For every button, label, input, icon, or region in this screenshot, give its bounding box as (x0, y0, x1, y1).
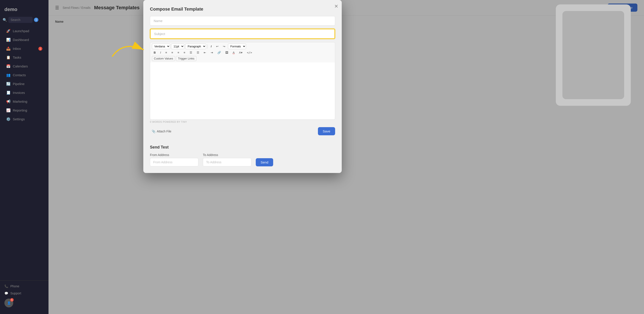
sidebar-item-reporting[interactable]: 📈 Reporting (2, 106, 47, 115)
to-address-label: To Address (203, 153, 251, 157)
align-left-btn[interactable]: ≡ (164, 50, 169, 55)
sidebar-item-calendars[interactable]: 📅 Calendars (2, 62, 47, 70)
avatar-notification-badge: 5 (10, 298, 14, 302)
sidebar-item-contacts[interactable]: 👥 Contacts (2, 71, 47, 79)
italic-btn[interactable]: I (158, 50, 163, 55)
sidebar-item-support[interactable]: 💬 Support (4, 290, 44, 297)
sidebar-item-phone[interactable]: 📞 Phone (4, 283, 44, 290)
toolbar-row-3: Custom Values Trigger Links (152, 56, 333, 61)
phone-label: Phone (10, 285, 19, 288)
marketing-icon: 📢 (6, 99, 10, 104)
sidebar-item-settings[interactable]: ⚙️ Settings (2, 115, 47, 123)
link-btn[interactable]: 🔗 (216, 50, 223, 55)
save-button[interactable]: Save (318, 127, 335, 135)
sidebar-item-label: Tasks (13, 55, 21, 59)
sidebar-item-launchpad[interactable]: 🚀 Launchpad (2, 27, 47, 35)
from-address-label: From Address (150, 153, 198, 157)
settings-icon: ⚙️ (6, 117, 10, 121)
font-family-select[interactable]: Verdana (152, 44, 170, 49)
calendars-icon: 📅 (6, 64, 10, 68)
sidebar-item-label: Settings (13, 117, 25, 121)
search-icon: 🔍 (3, 18, 7, 22)
phone-icon: 📞 (4, 285, 8, 288)
sidebar-search-area: 🔍 1 (3, 17, 46, 23)
sidebar-item-label: Calendars (13, 64, 28, 68)
inbox-icon: 📥 (6, 46, 10, 51)
from-address-input[interactable] (150, 158, 198, 166)
list-ol-btn[interactable]: ☰ (195, 50, 201, 55)
font-color-btn[interactable]: A (231, 50, 236, 55)
sidebar-item-label: Pipeline (13, 82, 24, 86)
toolbar-row-1: Verdana 11pt Paragraph I ↩ ↪ Formats (152, 44, 333, 49)
align-right-btn[interactable]: ≡ (176, 50, 181, 55)
code-btn[interactable]: </> (245, 50, 254, 55)
phone-mockup (562, 11, 624, 99)
avatar[interactable]: 👤 5 (4, 299, 13, 308)
template-name-input[interactable] (150, 16, 335, 25)
main-content: ☰ Send Flows / Emails Message Templates … (48, 0, 644, 314)
sidebar-item-tasks[interactable]: 📋 Tasks (2, 53, 47, 62)
compose-email-modal: ✕ Compose Email Template Verdana 11pt Pa… (143, 0, 342, 173)
to-address-group: To Address (203, 153, 251, 166)
sidebar-item-label: Launchpad (13, 29, 29, 33)
email-editor-body[interactable] (150, 62, 335, 120)
template-subject-input[interactable] (150, 29, 335, 39)
invoices-icon: 🧾 (6, 91, 10, 95)
subject-field-group (150, 29, 335, 39)
sidebar-item-label: Marketing (13, 100, 27, 103)
align-justify-btn[interactable]: ≡ (182, 50, 187, 55)
reporting-icon: 📈 (6, 108, 10, 112)
launchpad-icon: 🚀 (6, 29, 10, 33)
outdent-btn[interactable]: ⇤ (202, 50, 208, 55)
search-input[interactable] (8, 17, 33, 23)
attach-file-label: Attach File (157, 130, 171, 133)
font-size-select[interactable]: 11pt (171, 44, 184, 49)
custom-values-btn[interactable]: Custom Values (152, 56, 175, 61)
sidebar-item-label: Reporting (13, 108, 27, 112)
modal-close-button[interactable]: ✕ (334, 3, 338, 9)
address-row: From Address To Address Send (150, 153, 335, 166)
pipeline-icon: 🔄 (6, 82, 10, 86)
align-center-btn[interactable]: ≡ (170, 50, 175, 55)
sidebar-item-invoices[interactable]: 🧾 Invoices (2, 88, 47, 97)
sidebar-item-pipeline[interactable]: 🔄 Pipeline (2, 79, 47, 88)
trigger-links-btn[interactable]: Trigger Links (176, 56, 196, 61)
paragraph-select[interactable]: Paragraph (185, 44, 206, 49)
undo-btn[interactable]: ↩ (214, 44, 220, 49)
send-test-section: Send Test From Address To Address Send (150, 141, 335, 166)
tasks-icon: 📋 (6, 55, 10, 59)
sidebar-item-dashboard[interactable]: 📊 Dashboard (2, 35, 47, 44)
modal-footer: 📎 Attach File Save (150, 127, 335, 135)
toolbar-row-2: B I ≡ ≡ ≡ ≡ ☰ ☰ ⇤ ⇥ 🔗 🖼 A A▾ </> (152, 50, 333, 55)
sidebar-bottom: 📞 Phone 💬 Support 👤 5 (0, 280, 48, 310)
send-test-button[interactable]: Send (256, 158, 273, 166)
paperclip-icon: 📎 (152, 130, 156, 133)
modal-title: Compose Email Template (150, 6, 335, 12)
filter-badge: 1 (34, 18, 38, 22)
editor-word-count: 0 WORDS POWERED BY TINY (150, 120, 335, 124)
support-label: Support (10, 292, 21, 295)
contacts-icon: 👥 (6, 73, 10, 77)
send-test-title: Send Test (150, 145, 335, 150)
sidebar-item-marketing[interactable]: 📢 Marketing (2, 97, 47, 106)
editor-toolbar: Verdana 11pt Paragraph I ↩ ↪ Formats B (150, 42, 335, 62)
support-icon: 💬 (4, 292, 8, 295)
italic-format-btn[interactable]: I (209, 44, 214, 49)
sidebar-item-label: Invoices (13, 91, 25, 94)
inbox-badge: 1 (38, 47, 42, 51)
sidebar-item-label: Contacts (13, 73, 26, 77)
to-address-input[interactable] (203, 158, 251, 166)
bold-btn[interactable]: B (152, 50, 158, 55)
sidebar-nav: 🚀 Launchpad 📊 Dashboard 📥 Inbox 1 📋 Task… (0, 26, 48, 280)
app-logo: demo (0, 4, 48, 17)
sidebar: demo 🔍 1 🚀 Launchpad 📊 Dashboard 📥 Inbox… (0, 0, 48, 314)
list-btn[interactable]: ☰ (188, 50, 194, 55)
formats-select[interactable]: Formats (228, 44, 246, 49)
indent-btn[interactable]: ⇥ (209, 50, 215, 55)
highlight-btn[interactable]: A▾ (237, 50, 244, 55)
redo-btn[interactable]: ↪ (221, 44, 227, 49)
sidebar-item-label: Inbox (13, 47, 21, 50)
attach-file-button[interactable]: 📎 Attach File (150, 128, 173, 134)
image-btn[interactable]: 🖼 (224, 50, 230, 55)
sidebar-item-inbox[interactable]: 📥 Inbox 1 (2, 44, 47, 53)
